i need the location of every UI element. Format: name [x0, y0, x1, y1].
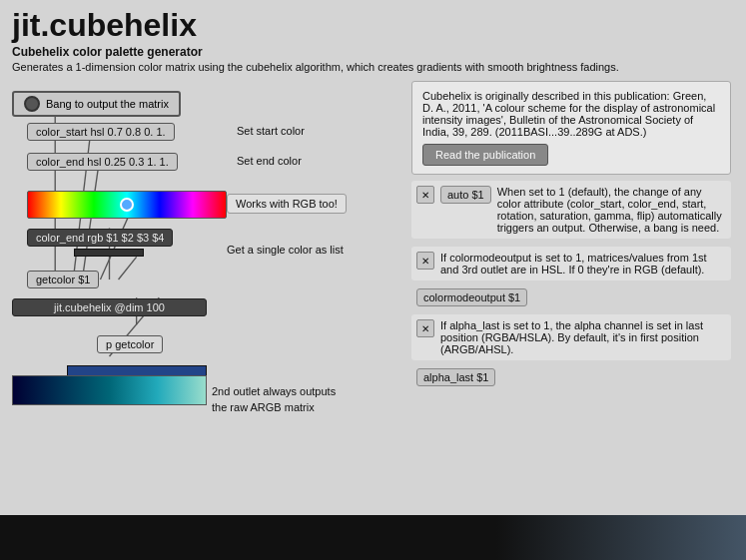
- auto-x-icon[interactable]: ✕: [416, 186, 434, 204]
- p-getcolor-label: p getcolor: [106, 338, 154, 350]
- set-end-color-label: Set end color: [237, 155, 302, 167]
- set-start-color-label: Set start color: [237, 125, 305, 137]
- color-spectrum-bar[interactable]: [27, 191, 227, 219]
- works-rgb-label: Works with RGB too!: [227, 194, 347, 214]
- bang-button[interactable]: Bang to output the matrix: [12, 91, 181, 117]
- colormode-x-icon[interactable]: ✕: [416, 252, 434, 270]
- color-end-rgb-label: color_end rgb $1 $2 $3 $4: [36, 232, 164, 244]
- alpha-badge-label: alpha_last $1: [423, 371, 488, 383]
- color-knob[interactable]: [120, 198, 134, 212]
- jit-cubehelix-node[interactable]: jit.cubehelix @dim 100: [12, 298, 207, 316]
- alpha-info-text: If alpha_last is set to 1, the alpha cha…: [440, 319, 726, 355]
- auto-info-row: ✕ auto $1 When set to 1 (default), the c…: [411, 181, 731, 239]
- colormode-badge[interactable]: colormodeoutput $1: [416, 288, 527, 306]
- p-getcolor-node[interactable]: p getcolor: [97, 335, 163, 353]
- jit-cubehelix-label: jit.cubehelix @dim 100: [54, 301, 165, 313]
- alpha-x-icon[interactable]: ✕: [416, 319, 434, 337]
- getcolor-node[interactable]: getcolor $1: [27, 271, 99, 288]
- color-end-rgb-node[interactable]: color_end rgb $1 $2 $3 $4: [27, 229, 173, 247]
- app-subtitle: Cubehelix color palette generator: [12, 45, 734, 59]
- colormode-badge-label: colormodeoutput $1: [423, 291, 520, 303]
- alpha-info-row: ✕ If alpha_last is set to 1, the alpha c…: [411, 314, 731, 360]
- auto-info-text: When set to 1 (default), the change of a…: [497, 186, 726, 234]
- getcolor-label: getcolor $1: [36, 274, 90, 285]
- gradient-output-bar: [12, 375, 207, 405]
- bang-circle-icon: [24, 96, 40, 112]
- color-end-label: color_end hsl 0.25 0.3 1. 1.: [36, 156, 169, 168]
- color-end-node[interactable]: color_end hsl 0.25 0.3 1. 1.: [27, 153, 178, 171]
- bottom-gradient: [496, 515, 746, 560]
- app-title: jit.cubehelix: [12, 8, 734, 43]
- publication-text: Cubehelix is originally described in thi…: [422, 90, 715, 138]
- auto-badge[interactable]: auto $1: [440, 186, 491, 204]
- colormode-info-row: ✕ If colormodeoutput is set to 1, matric…: [411, 247, 731, 280]
- slider-bar[interactable]: [74, 249, 144, 257]
- colormode-info-text: If colormodeoutput is set to 1, matrices…: [440, 252, 726, 276]
- publication-box: Cubehelix is originally described in thi…: [411, 81, 731, 175]
- bang-label: Bang to output the matrix: [46, 98, 169, 110]
- auto-badge-label: auto $1: [447, 189, 484, 201]
- svg-line-5: [119, 258, 137, 280]
- read-publication-button[interactable]: Read the publication: [422, 144, 548, 166]
- get-single-color-label: Get a single color as list: [227, 244, 344, 256]
- color-start-node[interactable]: color_start hsl 0.7 0.8 0. 1.: [27, 123, 175, 141]
- color-start-label: color_start hsl 0.7 0.8 0. 1.: [36, 126, 166, 138]
- app-description: Generates a 1-dimension color matrix usi…: [12, 61, 691, 73]
- alpha-badge[interactable]: alpha_last $1: [416, 368, 495, 386]
- bottom-bar: [0, 515, 746, 560]
- outlet-label: 2nd outlet always outputs the raw ARGB m…: [212, 384, 336, 415]
